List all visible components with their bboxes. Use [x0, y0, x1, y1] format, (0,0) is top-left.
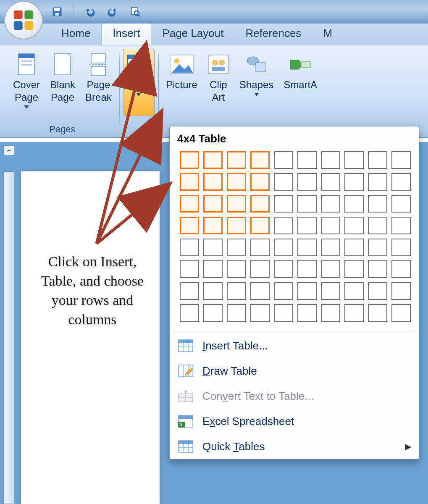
table-grid-cell[interactable]	[274, 173, 293, 191]
table-grid-cell[interactable]	[368, 260, 387, 278]
tab-references[interactable]: References	[234, 23, 312, 45]
table-button[interactable]: Table	[123, 49, 155, 116]
table-grid-cell[interactable]	[321, 151, 340, 169]
table-grid-cell[interactable]	[203, 304, 223, 322]
table-grid-cell[interactable]	[203, 260, 223, 278]
table-grid-cell[interactable]	[391, 304, 411, 322]
tab-insert[interactable]: Insert	[101, 22, 151, 45]
table-grid-cell[interactable]	[344, 195, 364, 213]
table-grid-cell[interactable]	[391, 217, 411, 234]
table-grid-cell[interactable]	[391, 239, 411, 256]
table-grid-cell[interactable]	[274, 217, 293, 234]
table-grid-cell[interactable]	[250, 151, 270, 169]
table-grid-cell[interactable]	[344, 151, 364, 169]
table-grid-cell[interactable]	[180, 217, 199, 234]
table-grid-cell[interactable]	[297, 173, 317, 191]
table-grid-cell[interactable]	[250, 260, 270, 278]
print-preview-button[interactable]	[129, 5, 142, 18]
picture-button[interactable]: Picture	[162, 49, 201, 116]
table-grid-cell[interactable]	[180, 282, 199, 300]
table-grid-cell[interactable]	[203, 239, 223, 256]
table-grid-cell[interactable]	[368, 195, 387, 213]
table-grid-cell[interactable]	[344, 282, 364, 300]
menu-item-excel-spreadsheet[interactable]: XExcel Spreadsheet	[170, 409, 419, 434]
table-grid-cell[interactable]	[321, 195, 340, 213]
table-grid-cell[interactable]	[297, 304, 317, 322]
shapes-button[interactable]: Shapes	[236, 49, 277, 116]
table-grid-cell[interactable]	[344, 260, 364, 278]
table-grid-cell[interactable]	[274, 282, 293, 300]
table-grid-cell[interactable]	[250, 239, 270, 256]
table-grid-cell[interactable]	[227, 304, 246, 322]
table-grid-cell[interactable]	[227, 217, 246, 234]
table-grid-cell[interactable]	[227, 151, 246, 169]
table-grid-cell[interactable]	[368, 173, 387, 191]
table-grid-cell[interactable]	[250, 173, 270, 191]
table-grid-cell[interactable]	[321, 239, 340, 256]
table-grid-cell[interactable]	[297, 195, 317, 213]
table-grid-cell[interactable]	[180, 151, 199, 169]
tab-mailings-truncated[interactable]: M	[312, 23, 343, 45]
table-grid-cell[interactable]	[368, 151, 387, 169]
menu-item-insert-table[interactable]: Insert Table...	[170, 333, 419, 358]
table-grid-cell[interactable]	[391, 151, 411, 169]
table-grid-cell[interactable]	[180, 195, 199, 213]
table-grid-cell[interactable]	[203, 173, 223, 191]
table-grid-cell[interactable]	[368, 217, 387, 234]
table-grid-cell[interactable]	[344, 217, 364, 234]
document-page[interactable]	[21, 171, 160, 504]
table-grid-cell[interactable]	[274, 151, 293, 169]
table-size-grid[interactable]	[170, 150, 419, 329]
table-grid-cell[interactable]	[203, 195, 223, 213]
table-grid-cell[interactable]	[180, 239, 199, 256]
save-button[interactable]	[50, 5, 64, 18]
table-grid-cell[interactable]	[297, 260, 317, 278]
clip-art-button[interactable]: Clip Art	[204, 49, 233, 116]
tab-page-layout[interactable]: Page Layout	[151, 23, 234, 45]
table-grid-cell[interactable]	[321, 217, 340, 234]
table-grid-cell[interactable]	[391, 195, 411, 213]
table-grid-cell[interactable]	[321, 304, 340, 322]
table-grid-cell[interactable]	[274, 304, 293, 322]
table-grid-cell[interactable]	[250, 282, 270, 300]
undo-button[interactable]	[83, 5, 97, 18]
office-button[interactable]	[4, 1, 43, 39]
table-grid-cell[interactable]	[297, 217, 317, 234]
table-grid-cell[interactable]	[321, 260, 340, 278]
table-grid-cell[interactable]	[297, 151, 317, 169]
table-grid-cell[interactable]	[274, 195, 293, 213]
table-grid-cell[interactable]	[203, 151, 223, 169]
table-grid-cell[interactable]	[227, 260, 246, 278]
tab-home[interactable]: Home	[50, 23, 101, 45]
table-grid-cell[interactable]	[344, 239, 364, 256]
table-grid-cell[interactable]	[180, 173, 199, 191]
table-grid-cell[interactable]	[321, 282, 340, 300]
table-grid-cell[interactable]	[368, 239, 387, 256]
table-grid-cell[interactable]	[203, 282, 223, 300]
table-grid-cell[interactable]	[180, 304, 199, 322]
table-grid-cell[interactable]	[344, 173, 364, 191]
menu-item-quick-tables[interactable]: Quick Tables▶	[170, 434, 419, 459]
cover-page-button[interactable]: Cover Page	[9, 49, 44, 116]
table-grid-cell[interactable]	[250, 304, 270, 322]
table-grid-cell[interactable]	[227, 282, 246, 300]
table-grid-cell[interactable]	[391, 282, 411, 300]
table-grid-cell[interactable]	[391, 260, 411, 278]
table-grid-cell[interactable]	[227, 239, 246, 256]
table-grid-cell[interactable]	[250, 217, 270, 234]
table-grid-cell[interactable]	[180, 260, 199, 278]
table-grid-cell[interactable]	[274, 239, 293, 256]
vertical-ruler[interactable]	[3, 171, 14, 504]
smartart-button[interactable]: SmartA	[280, 49, 321, 116]
menu-item-draw-table[interactable]: Draw Table	[170, 358, 419, 383]
table-grid-cell[interactable]	[344, 304, 364, 322]
table-grid-cell[interactable]	[368, 304, 387, 322]
table-grid-cell[interactable]	[321, 173, 340, 191]
table-grid-cell[interactable]	[203, 217, 223, 234]
ruler-corner[interactable]: ⌐	[3, 145, 14, 155]
table-grid-cell[interactable]	[297, 239, 317, 256]
blank-page-button[interactable]: Blank Page	[46, 49, 79, 116]
page-break-button[interactable]: Page Break	[81, 49, 116, 116]
table-grid-cell[interactable]	[368, 282, 387, 300]
table-grid-cell[interactable]	[250, 195, 270, 213]
